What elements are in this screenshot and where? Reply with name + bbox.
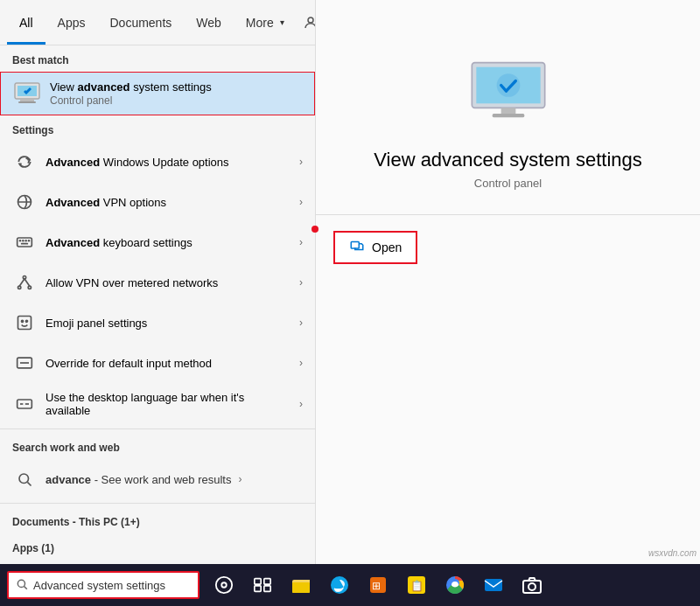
refresh-icon — [12, 150, 37, 174]
tab-documents[interactable]: Documents — [97, 0, 184, 45]
vpn-icon — [12, 190, 37, 214]
input-method-icon — [12, 351, 37, 375]
taskswitcher-button[interactable] — [245, 568, 280, 603]
chrome-button[interactable] — [438, 568, 472, 603]
svg-rect-6 — [18, 238, 32, 247]
settings-item-override-input[interactable]: Override for default input method › — [0, 343, 315, 383]
detail-subtitle: Control panel — [474, 177, 542, 190]
settings-label: Settings — [0, 115, 315, 142]
svg-point-14 — [28, 286, 31, 289]
svg-point-13 — [18, 286, 21, 289]
taskbar-app-yellow[interactable]: 📋 — [399, 568, 434, 603]
settings-item-windows-update[interactable]: Advanced Windows Update options › — [0, 142, 315, 182]
settings-item-keyboard[interactable]: Advanced keyboard settings › — [0, 222, 315, 262]
action-section: Open — [316, 222, 700, 273]
svg-rect-38 — [264, 579, 270, 584]
svg-point-52 — [528, 583, 536, 590]
results-list: Best match View advanced system settings… — [0, 45, 315, 564]
svg-rect-17 — [18, 317, 32, 330]
emoji-icon — [12, 310, 37, 335]
svg-rect-40 — [264, 586, 270, 591]
svg-rect-31 — [492, 114, 524, 117]
svg-rect-37 — [255, 579, 261, 584]
search-web-item[interactable]: advance - See work and web results › — [0, 459, 315, 499]
svg-point-19 — [26, 320, 28, 322]
indicator-dot — [312, 226, 318, 233]
search-input-value: Advanced system settings — [33, 579, 191, 592]
open-button[interactable]: Open — [333, 231, 417, 264]
divider-2 — [0, 503, 315, 504]
svg-point-33 — [18, 580, 24, 587]
store-button[interactable]: ⊞ — [360, 568, 396, 603]
tab-all[interactable]: All — [7, 0, 46, 45]
search-icon — [12, 467, 37, 491]
app-icon-large — [456, 52, 561, 131]
svg-text:📋: 📋 — [410, 579, 424, 592]
search-tabs: All Apps Documents Web More ▾ ··· — [0, 0, 315, 45]
chevron-right-icon: › — [299, 196, 303, 208]
settings-item-emoji[interactable]: Emoji panel settings › — [0, 303, 315, 343]
settings-item-vpn[interactable]: Advanced VPN options › — [0, 182, 315, 222]
svg-rect-39 — [255, 586, 261, 591]
edge-browser-button[interactable] — [322, 568, 357, 603]
svg-line-26 — [27, 482, 31, 485]
best-match-text: View advanced system settings Control pa… — [50, 80, 302, 108]
search-web-label: Search work and web — [0, 433, 315, 459]
svg-rect-3 — [20, 99, 34, 101]
network-icon — [12, 270, 37, 295]
taskbar-apps: ⊞ 📋 — [206, 568, 550, 603]
documents-label: Documents - This PC (1+) — [0, 507, 315, 533]
settings-item-allow-vpn[interactable]: Allow VPN over metered networks › — [0, 262, 315, 303]
chevron-right-icon: › — [299, 156, 303, 168]
watermark: wsxvdn.com — [648, 548, 696, 558]
svg-rect-4 — [18, 101, 36, 103]
settings-item-language-bar[interactable]: Use the desktop language bar when it's a… — [0, 383, 315, 425]
svg-point-0 — [308, 17, 313, 23]
svg-rect-22 — [18, 400, 32, 408]
taskbar: Advanced system settings — [0, 564, 700, 606]
open-label: Open — [372, 240, 402, 254]
best-match-label: Best match — [0, 45, 315, 72]
keyboard-icon — [12, 230, 37, 254]
search-box[interactable]: Advanced system settings — [7, 571, 200, 599]
detail-panel: View advanced system settings Control pa… — [315, 0, 700, 564]
detail-divider — [316, 214, 700, 215]
tab-apps[interactable]: Apps — [46, 0, 98, 45]
svg-point-35 — [216, 577, 232, 593]
svg-point-12 — [23, 276, 25, 279]
best-match-item[interactable]: View advanced system settings Control pa… — [0, 72, 315, 115]
mail-button[interactable] — [476, 568, 511, 603]
taskview-button[interactable] — [206, 568, 242, 603]
svg-line-34 — [24, 586, 27, 589]
svg-text:⊞: ⊞ — [372, 580, 381, 592]
tab-more[interactable]: More ▾ — [234, 0, 297, 45]
chevron-right-icon: › — [299, 317, 303, 329]
chevron-right-icon: › — [238, 473, 242, 485]
divider-1 — [0, 428, 315, 429]
svg-point-18 — [22, 320, 24, 322]
language-bar-icon — [12, 392, 37, 416]
chevron-right-icon: › — [299, 276, 303, 289]
svg-rect-30 — [500, 108, 515, 114]
svg-rect-42 — [292, 582, 310, 593]
camera-button[interactable] — [514, 568, 550, 603]
taskbar-search-icon — [16, 578, 28, 593]
svg-line-15 — [19, 279, 24, 286]
file-explorer-button[interactable] — [284, 568, 318, 603]
svg-line-16 — [24, 279, 30, 286]
tab-web[interactable]: Web — [184, 0, 234, 45]
svg-point-25 — [19, 474, 29, 484]
chevron-down-icon: ▾ — [280, 17, 284, 27]
detail-title: View advanced system settings — [356, 149, 660, 171]
apps-label: Apps (1) — [0, 533, 315, 560]
svg-rect-32 — [351, 242, 359, 249]
search-panel: All Apps Documents Web More ▾ ··· Best m… — [0, 0, 315, 564]
control-panel-icon — [13, 80, 41, 108]
chevron-right-icon: › — [299, 357, 303, 369]
open-icon — [349, 238, 365, 257]
svg-rect-50 — [485, 579, 502, 591]
chevron-right-icon: › — [299, 236, 303, 248]
svg-point-36 — [221, 582, 227, 588]
chevron-right-icon: › — [299, 398, 303, 410]
